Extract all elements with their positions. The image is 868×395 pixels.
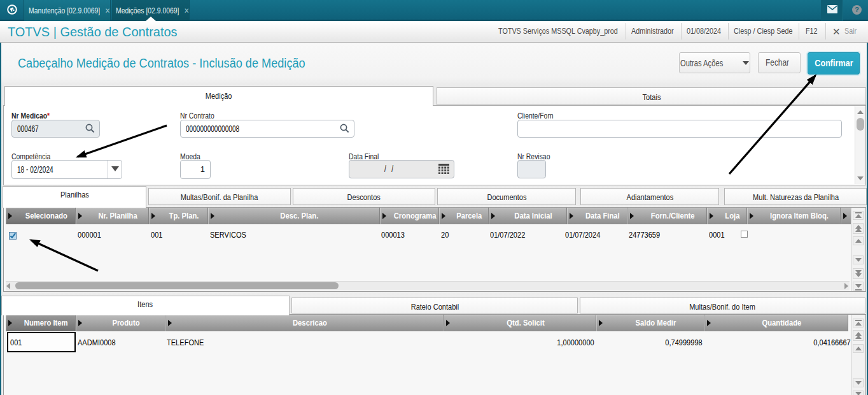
svg-text:?: ? [855, 6, 859, 13]
